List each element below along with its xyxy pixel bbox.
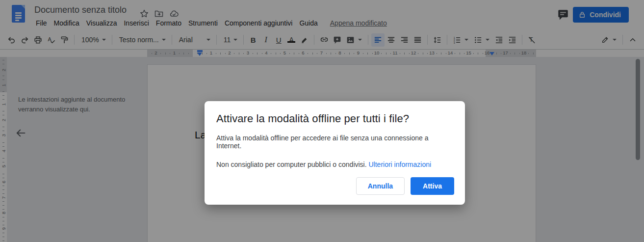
dialog-actions: Annulla Attiva (356, 177, 454, 195)
offline-mode-dialog: Attivare la modalità offline per tutti i… (205, 101, 465, 205)
google-docs-app: Documento senza titolo FileModificaVisua… (0, 0, 644, 242)
dialog-note: Non consigliato per computer pubblici o … (216, 161, 367, 168)
cancel-button[interactable]: Annulla (356, 177, 405, 195)
activate-button[interactable]: Attiva (411, 177, 454, 195)
dialog-title: Attivare la modalità offline per tutti i… (216, 112, 453, 125)
dialog-body-text: Attiva la modalità offline per accedere … (216, 134, 453, 150)
dialog-note-text: Non consigliato per computer pubblici o … (216, 161, 453, 168)
learn-more-link[interactable]: Ulteriori informazioni (369, 161, 432, 168)
